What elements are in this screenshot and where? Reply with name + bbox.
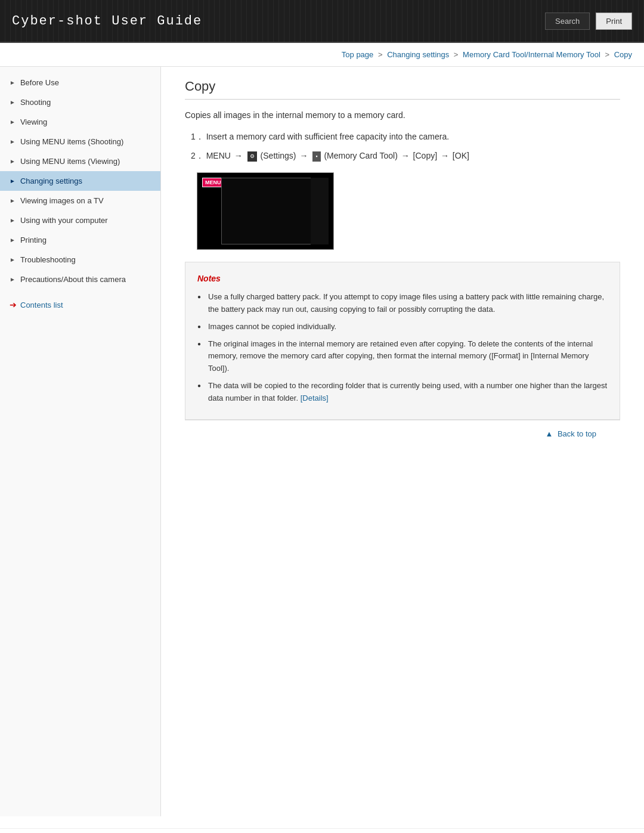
sidebar-label-printing: Printing	[20, 236, 47, 244]
sidebar-item-using-computer[interactable]: ► Using with your computer	[0, 210, 160, 230]
menu-diagram-image: MENU	[197, 172, 334, 250]
sidebar-label-precautions: Precautions/About this camera	[20, 275, 126, 284]
note-text-1: Use a fully charged battery pack. If you…	[208, 292, 604, 314]
step-2-number: 2．	[191, 151, 204, 160]
settings-icon: ⚙	[247, 151, 257, 161]
content-footer: ▲ Back to top	[185, 420, 620, 447]
sidebar-item-changing-settings[interactable]: ► Changing settings	[0, 171, 160, 191]
sidebar-arrow-shooting: ►	[10, 99, 16, 106]
back-to-top-label: Back to top	[558, 429, 596, 438]
back-to-top-icon: ▲	[545, 429, 553, 438]
step2-arrow1: →	[234, 151, 243, 160]
sidebar-label-changing-settings: Changing settings	[20, 176, 82, 185]
intro-text: Copies all images in the internal memory…	[185, 109, 620, 122]
breadcrumb-memory-card-tool[interactable]: Memory Card Tool/Internal Memory Tool	[463, 50, 600, 59]
contents-list-arrow-icon: ➔	[10, 300, 17, 309]
sidebar-label-viewing-tv: Viewing images on a TV	[20, 196, 104, 205]
sidebar-arrow-changing-settings: ►	[10, 178, 16, 184]
breadcrumb-top-page[interactable]: Top page	[342, 50, 374, 59]
sidebar-item-viewing-tv[interactable]: ► Viewing images on a TV	[0, 191, 160, 210]
step-1-text: Insert a memory card with sufficient fre…	[206, 132, 449, 141]
breadcrumb-copy[interactable]: Copy	[614, 50, 632, 59]
sidebar-arrow-precautions: ►	[10, 276, 16, 283]
sidebar-arrow-viewing-tv: ►	[10, 197, 16, 204]
sidebar-label-using-computer: Using with your computer	[20, 216, 108, 225]
contents-list-link[interactable]: ➔ Contents list	[0, 293, 160, 317]
sidebar-item-shooting[interactable]: ► Shooting	[0, 92, 160, 112]
step-2-text: MENU → ⚙ (Settings) → ▪ (Memory Card Too…	[206, 151, 469, 160]
note-text-3: The original images in the internal memo…	[208, 339, 593, 373]
sidebar: ► Before Use ► Shooting ► Viewing ► Usin…	[0, 67, 161, 816]
sidebar-arrow-before-use: ►	[10, 79, 16, 86]
sidebar-arrow-troubleshooting: ►	[10, 256, 16, 263]
note-text-4: The data will be copied to the recording…	[208, 381, 607, 402]
breadcrumb-sep-1: >	[378, 50, 385, 59]
sidebar-arrow-printing: ►	[10, 237, 16, 243]
notes-title: Notes	[197, 272, 608, 285]
note-item-3: The original images in the internal memo…	[197, 338, 608, 375]
back-to-top-link[interactable]: ▲ Back to top	[545, 429, 596, 438]
sidebar-label-shooting: Shooting	[20, 98, 51, 107]
sidebar-arrow-viewing: ►	[10, 119, 16, 125]
step-2: 2． MENU → ⚙ (Settings) → ▪ (Memory Card …	[185, 149, 620, 162]
sidebar-item-viewing[interactable]: ► Viewing	[0, 112, 160, 132]
breadcrumb: Top page > Changing settings > Memory Ca…	[0, 43, 644, 67]
sidebar-label-before-use: Before Use	[20, 78, 59, 87]
note-text-2: Images cannot be copied individually.	[208, 322, 336, 331]
breadcrumb-changing-settings[interactable]: Changing settings	[387, 50, 449, 59]
sidebar-arrow-menu-shooting: ►	[10, 138, 16, 145]
sidebar-arrow-using-computer: ►	[10, 217, 16, 224]
step-1-number: 1．	[191, 132, 204, 141]
sidebar-arrow-menu-viewing: ►	[10, 158, 16, 165]
breadcrumb-sep-2: >	[454, 50, 460, 59]
sidebar-item-precautions[interactable]: ► Precautions/About this camera	[0, 270, 160, 289]
sidebar-label-menu-viewing: Using MENU items (Viewing)	[20, 157, 120, 166]
sidebar-item-using-menu-shooting[interactable]: ► Using MENU items (Shooting)	[0, 132, 160, 151]
search-button[interactable]: Search	[545, 13, 590, 30]
page-title: Copy	[185, 79, 620, 100]
header: Cyber-shot User Guide Search Print	[0, 0, 644, 43]
page-footer: Copyright 2012 Sony Corporation 196	[0, 828, 644, 833]
step2-arrow3: →	[401, 151, 410, 160]
header-controls: Search Print	[545, 13, 632, 30]
contents-list-label: Contents list	[20, 301, 63, 309]
step2-arrow4: →	[441, 151, 449, 160]
step2-arrow2: →	[299, 151, 308, 160]
details-link[interactable]: [Details]	[301, 394, 329, 402]
print-button[interactable]: Print	[596, 13, 632, 30]
note-item-1: Use a fully charged battery pack. If you…	[197, 291, 608, 316]
site-title: Cyber-shot User Guide	[12, 14, 202, 29]
sidebar-item-before-use[interactable]: ► Before Use	[0, 73, 160, 92]
sidebar-item-troubleshooting[interactable]: ► Troubleshooting	[0, 250, 160, 270]
note-item-4: The data will be copied to the recording…	[197, 380, 608, 405]
sidebar-item-printing[interactable]: ► Printing	[0, 230, 160, 250]
memcard-icon: ▪	[312, 151, 320, 161]
step-1: 1． Insert a memory card with sufficient …	[185, 130, 620, 143]
main-content: Copy Copies all images in the internal m…	[161, 67, 644, 816]
breadcrumb-sep-3: >	[605, 50, 611, 59]
menu-black-bar	[311, 178, 329, 244]
sidebar-label-menu-shooting: Using MENU items (Shooting)	[20, 137, 123, 146]
note-item-2: Images cannot be copied individually.	[197, 321, 608, 333]
sidebar-label-troubleshooting: Troubleshooting	[20, 255, 76, 264]
sidebar-item-using-menu-viewing[interactable]: ► Using MENU items (Viewing)	[0, 151, 160, 171]
main-container: ► Before Use ► Shooting ► Viewing ► Usin…	[0, 67, 644, 816]
sidebar-label-viewing: Viewing	[20, 117, 47, 126]
notes-list: Use a fully charged battery pack. If you…	[197, 291, 608, 404]
notes-box: Notes Use a fully charged battery pack. …	[185, 262, 620, 420]
